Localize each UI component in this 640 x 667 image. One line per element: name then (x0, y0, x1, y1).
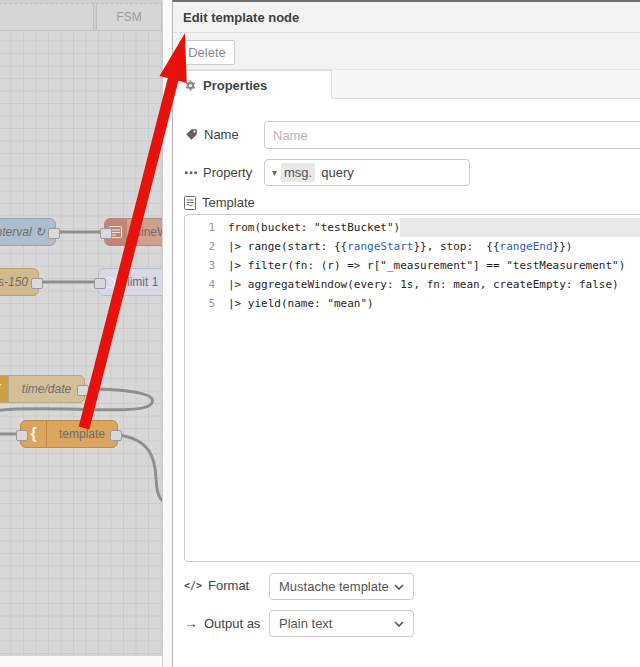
property-typed-input[interactable]: ▾ msg. query (264, 159, 470, 186)
property-value[interactable]: query (315, 165, 354, 180)
delete-button[interactable]: Delete (179, 40, 235, 65)
edit-template-dialog: Edit template node Delete (172, 0, 640, 667)
canvas-scrollbar-horizontal[interactable] (0, 655, 162, 667)
dialog-title: Edit template node (173, 10, 299, 25)
node-ms-150[interactable]: s-150 (0, 268, 39, 296)
template-doc-icon (184, 196, 196, 210)
output-port[interactable] (110, 430, 122, 441)
code-line: 5|> yield(name: "mean") (185, 294, 640, 313)
node-interval[interactable]: interval ↻ (0, 218, 56, 246)
output-port[interactable] (77, 385, 89, 396)
dialog-tabbar: Properties (173, 70, 640, 99)
format-label: </> Format (184, 578, 249, 593)
output-port[interactable] (31, 278, 43, 289)
property-type-chip[interactable]: msg. (281, 163, 315, 182)
node-limit[interactable]: limit 1 ms (98, 268, 172, 296)
output-as-select[interactable]: Plain text (269, 610, 414, 637)
input-port[interactable] (94, 278, 106, 289)
input-port[interactable] (16, 430, 28, 441)
dialog-header: Edit template node (173, 2, 640, 33)
dialog-form: Name Property ▾ msg. query Template (173, 99, 640, 667)
dialog-toolbar: Delete (173, 33, 640, 70)
node-time-date[interactable]: f time/date (0, 375, 85, 403)
node-template[interactable]: { template (20, 420, 118, 448)
ellipsis-icon (185, 171, 197, 175)
app-root: FSM interval ↻ sineWave s-150 (0, 0, 640, 667)
code-lines: 1from(bucket: "testBucket")2|> range(sta… (185, 218, 640, 313)
tag-icon (185, 128, 198, 141)
tab-properties[interactable]: Properties (173, 70, 332, 99)
code-icon: </> (184, 580, 202, 591)
canvas-grid (0, 30, 172, 661)
function-icon: f (0, 376, 9, 402)
canvas-scrollbar-vertical[interactable] (162, 0, 172, 667)
template-code-editor[interactable]: 1from(bucket: "testBucket")2|> range(sta… (184, 214, 640, 562)
flow-tabbar: FSM (0, 0, 172, 31)
code-line: 1from(bucket: "testBucket") (185, 218, 640, 237)
template-label: Template (184, 195, 255, 210)
flow-tab-fsm[interactable]: FSM (96, 3, 162, 30)
format-select[interactable]: Mustache template (269, 573, 414, 600)
chevron-down-icon (394, 621, 404, 627)
output-port[interactable] (48, 228, 60, 239)
property-label: Property (185, 165, 252, 180)
code-line: 3|> filter(fn: (r) => r["_measurement"] … (185, 256, 640, 275)
chevron-down-icon (394, 584, 404, 590)
code-line: 4|> aggregateWindow(every: 1s, fn: mean,… (185, 275, 640, 294)
chevron-down-icon[interactable]: ▾ (265, 167, 281, 178)
code-line: 2|> range(start: {{rangeStart}}, stop: {… (185, 237, 640, 256)
flow-tab-1[interactable] (0, 3, 94, 30)
name-input[interactable] (264, 121, 640, 149)
flow-canvas[interactable]: FSM interval ↻ sineWave s-150 (0, 0, 172, 667)
name-label: Name (185, 127, 239, 142)
output-as-label: → Output as (184, 615, 260, 631)
input-port[interactable] (100, 228, 112, 239)
gear-icon (184, 79, 197, 92)
arrow-right-icon: → (184, 615, 198, 631)
